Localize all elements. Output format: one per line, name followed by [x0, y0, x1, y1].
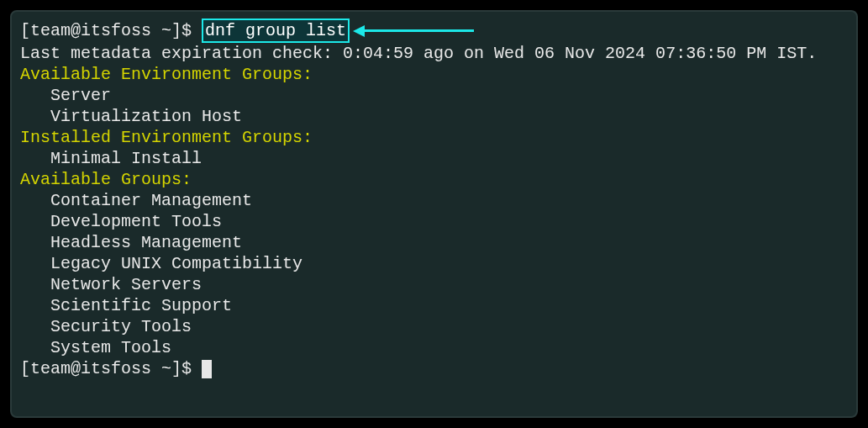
group-item: Virtualization Host — [20, 106, 848, 127]
section-heading-installed-env: Installed Environment Groups: — [20, 127, 848, 148]
group-item: Server — [20, 85, 848, 106]
group-item: Headless Management — [20, 232, 848, 253]
shell-prompt: [team@itsfoss ~]$ — [20, 20, 192, 41]
cursor-icon — [202, 360, 212, 378]
group-item: Scientific Support — [20, 295, 848, 316]
terminal-window[interactable]: [team@itsfoss ~]$ dnf group list Last me… — [10, 10, 858, 418]
group-item: System Tools — [20, 337, 848, 358]
final-prompt-line[interactable]: [team@itsfoss ~]$ — [20, 358, 848, 379]
group-item: Container Management — [20, 190, 848, 211]
group-item: Legacy UNIX Compatibility — [20, 253, 848, 274]
group-item: Development Tools — [20, 211, 848, 232]
highlighted-command: dnf group list — [202, 18, 350, 43]
command-line: [team@itsfoss ~]$ dnf group list — [20, 18, 848, 43]
group-item: Network Servers — [20, 274, 848, 295]
group-item: Minimal Install — [20, 148, 848, 169]
metadata-output-line: Last metadata expiration check: 0:04:59 … — [20, 43, 848, 64]
annotation-arrow-icon — [353, 25, 474, 37]
section-heading-available-groups: Available Groups: — [20, 169, 848, 190]
group-item: Security Tools — [20, 316, 848, 337]
section-heading-available-env: Available Environment Groups: — [20, 64, 848, 85]
